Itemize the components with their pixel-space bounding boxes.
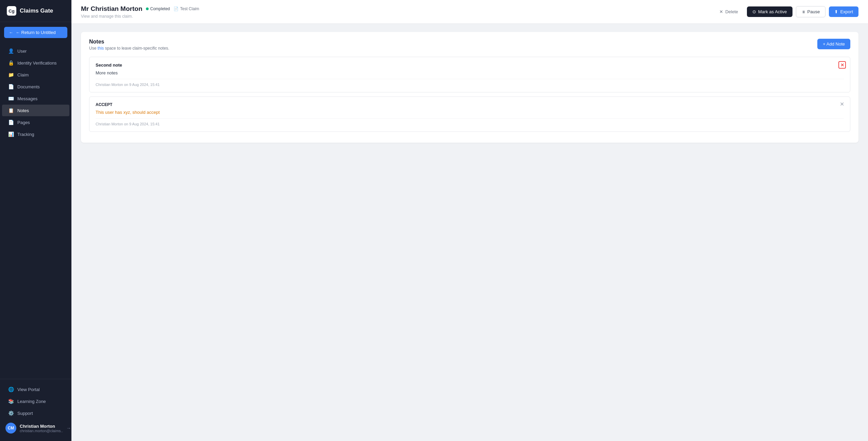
sidebar-user[interactable]: CM Christian Morton christian.morton@cla… bbox=[0, 419, 71, 437]
note-1-meta: Christian Morton on 9 Aug 2024, 15:41 bbox=[96, 83, 844, 87]
sidebar-item-documents[interactable]: 📄 Documents bbox=[2, 81, 69, 92]
documents-icon: 📄 bbox=[8, 84, 14, 89]
status-dot bbox=[146, 7, 149, 10]
sidebar-label-learning-zone: Learning Zone bbox=[17, 399, 46, 404]
user-email: christian.morton@claims.. bbox=[20, 429, 63, 433]
return-arrow-icon: ← bbox=[9, 30, 13, 35]
user-icon: 👤 bbox=[8, 48, 14, 54]
notes-icon: 📋 bbox=[8, 108, 14, 113]
export-label: Export bbox=[840, 9, 853, 14]
sidebar-label-messages: Messages bbox=[17, 96, 37, 101]
sidebar-label-tracking: Tracking bbox=[17, 132, 34, 137]
page-header: Mr Christian Morton Completed 📄 Test Cla… bbox=[71, 0, 868, 24]
note-1-title: Second note bbox=[96, 63, 844, 68]
sidebar-label-claim: Claim bbox=[17, 72, 29, 77]
add-note-button[interactable]: + Add Note bbox=[817, 39, 850, 49]
pause-icon: ⏸ bbox=[802, 10, 805, 14]
sidebar-nav: 👤 User 🔒 Identity Verifications 📁 Claim … bbox=[0, 43, 71, 379]
notes-subtitle: Use this space to leave claim-specific n… bbox=[89, 46, 169, 51]
return-btn-label: ← Return to Untitled bbox=[16, 30, 56, 35]
note-1-body: More notes bbox=[96, 70, 844, 75]
learning-zone-icon: 📚 bbox=[8, 399, 14, 404]
status-label: Completed bbox=[150, 6, 170, 11]
sidebar-item-support[interactable]: ⚙️ Support bbox=[2, 407, 69, 419]
mark-active-button[interactable]: ⊙ Mark as Active bbox=[747, 6, 792, 17]
logout-icon[interactable]: → bbox=[66, 425, 71, 431]
header-actions: ✕ Delete ⊙ Mark as Active ⏸ Pause ⬆ Expo… bbox=[714, 6, 858, 17]
delete-button[interactable]: ✕ Delete bbox=[714, 6, 744, 17]
notes-header-text: Notes Use this space to leave claim-spec… bbox=[89, 39, 169, 51]
note-2-title: ACCEPT bbox=[96, 102, 844, 107]
note-1-close-button[interactable]: ✕ bbox=[838, 61, 846, 69]
content-area: Notes Use this space to leave claim-spec… bbox=[71, 24, 868, 441]
circle-icon: ⊙ bbox=[752, 9, 756, 14]
sidebar-label-notes: Notes bbox=[17, 108, 29, 113]
note-1-divider bbox=[96, 79, 844, 79]
x-icon: ✕ bbox=[719, 9, 723, 14]
view-portal-icon: 🌐 bbox=[8, 387, 14, 392]
sidebar-item-claim[interactable]: 📁 Claim bbox=[2, 69, 69, 81]
messages-icon: ✉️ bbox=[8, 96, 14, 101]
note-card-1: Second note More notes Christian Morton … bbox=[89, 57, 850, 92]
status-badge: Completed bbox=[146, 6, 170, 11]
this-link[interactable]: this bbox=[98, 46, 104, 51]
export-icon: ⬆ bbox=[834, 9, 838, 14]
note-2-close-button[interactable]: ✕ bbox=[838, 101, 846, 108]
note-2-body: This user has xyz, should accept bbox=[96, 110, 844, 115]
note-card-2: ACCEPT This user has xyz, should accept … bbox=[89, 96, 850, 132]
mark-active-label: Mark as Active bbox=[758, 9, 787, 14]
main-area: Mr Christian Morton Completed 📄 Test Cla… bbox=[71, 0, 868, 441]
header-subtitle: View and manage this claim. bbox=[81, 14, 199, 19]
support-icon: ⚙️ bbox=[8, 410, 14, 416]
sidebar-label-view-portal: View Portal bbox=[17, 387, 40, 392]
sidebar-label-pages: Pages bbox=[17, 120, 30, 125]
tracking-icon: 📊 bbox=[8, 131, 14, 137]
header-title-row: Mr Christian Morton Completed 📄 Test Cla… bbox=[81, 5, 199, 13]
logo-icon: Cg bbox=[7, 6, 16, 16]
delete-label: Delete bbox=[725, 9, 738, 14]
sidebar-label-support: Support bbox=[17, 411, 33, 416]
sidebar-logo: Cg Claims Gate bbox=[0, 0, 71, 22]
sidebar-label-identity: Identity Verifications bbox=[17, 60, 57, 66]
notes-title: Notes bbox=[89, 39, 169, 45]
return-to-untitled-button[interactable]: ← ← Return to Untitled bbox=[4, 27, 67, 38]
notes-section: Notes Use this space to leave claim-spec… bbox=[81, 32, 858, 143]
claim-icon: 📁 bbox=[8, 72, 14, 77]
sidebar-item-user[interactable]: 👤 User bbox=[2, 45, 69, 57]
sidebar: Cg Claims Gate ← ← Return to Untitled 👤 … bbox=[0, 0, 71, 441]
sidebar-item-learning-zone[interactable]: 📚 Learning Zone bbox=[2, 395, 69, 407]
identity-icon: 🔒 bbox=[8, 60, 14, 66]
claim-type-label: Test Claim bbox=[180, 6, 199, 11]
add-note-label: + Add Note bbox=[823, 41, 845, 47]
sidebar-item-pages[interactable]: 📄 Pages bbox=[2, 117, 69, 128]
sidebar-item-messages[interactable]: ✉️ Messages bbox=[2, 93, 69, 104]
sidebar-label-user: User bbox=[17, 49, 27, 54]
note-2-meta: Christian Morton on 9 Aug 2024, 15:41 bbox=[96, 122, 844, 126]
pause-button[interactable]: ⏸ Pause bbox=[796, 6, 826, 17]
header-left: Mr Christian Morton Completed 📄 Test Cla… bbox=[81, 5, 199, 19]
user-name: Christian Morton bbox=[20, 424, 63, 429]
logo-text: Claims Gate bbox=[20, 7, 53, 14]
file-icon: 📄 bbox=[173, 6, 179, 11]
avatar: CM bbox=[5, 423, 16, 434]
sidebar-item-view-portal[interactable]: 🌐 View Portal bbox=[2, 384, 69, 395]
test-claim-badge: 📄 Test Claim bbox=[173, 6, 199, 11]
export-button[interactable]: ⬆ Export bbox=[829, 6, 858, 17]
sidebar-bottom: 🌐 View Portal 📚 Learning Zone ⚙️ Support… bbox=[0, 379, 71, 441]
sidebar-item-identity-verifications[interactable]: 🔒 Identity Verifications bbox=[2, 57, 69, 69]
claim-name: Mr Christian Morton bbox=[81, 5, 143, 13]
sidebar-item-tracking[interactable]: 📊 Tracking bbox=[2, 128, 69, 140]
pause-label: Pause bbox=[807, 9, 820, 14]
note-2-divider bbox=[96, 118, 844, 119]
notes-section-header: Notes Use this space to leave claim-spec… bbox=[89, 39, 850, 51]
sidebar-item-notes[interactable]: 📋 Notes bbox=[2, 105, 69, 116]
sidebar-label-documents: Documents bbox=[17, 84, 40, 89]
pages-icon: 📄 bbox=[8, 120, 14, 125]
